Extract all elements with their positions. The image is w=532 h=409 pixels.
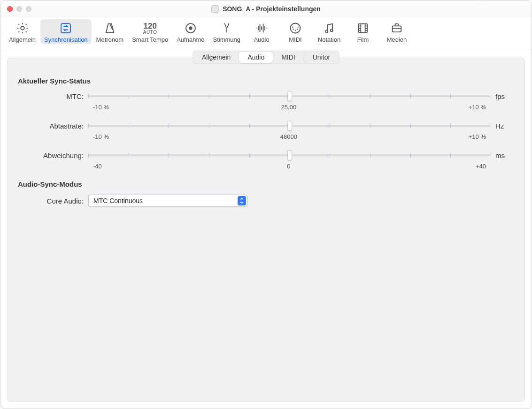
window-title: SONG_A - Projekteinstellungen [223,5,321,13]
toolbar-audio[interactable]: Audio [245,19,278,44]
gear-icon [16,21,29,35]
toolbar-film[interactable]: Film [347,19,379,44]
minimize-window-button[interactable] [16,6,22,12]
svg-point-3 [189,26,192,30]
svg-point-6 [295,30,296,31]
toolbar-label: Medien [387,36,407,43]
deviation-label: Abweichung: [18,151,88,159]
deviation-scale: -40 0 +40 [93,163,486,170]
audio-sync-mode-heading: Audio-Sync-Modus [18,180,514,188]
toolbar-metronome[interactable]: Metronom [93,19,128,44]
sync-subtabs: Allgemein Audio MIDI Unitor [18,51,514,64]
close-window-button[interactable] [7,6,13,12]
toolbar-label: Audio [254,36,269,43]
toolbar-label: Allgemein [9,36,36,43]
toolbar-midi[interactable]: MIDI [279,19,312,44]
main-toolbar: Allgemein Synchronisation Metronom 120 A… [0,17,532,49]
svg-point-11 [331,29,333,31]
toolbar-general[interactable]: Allgemein [5,19,39,44]
tempo-value: 120 [143,22,156,30]
toolbar-label: MIDI [289,36,301,43]
subtab-general[interactable]: Allgemein [193,52,239,63]
sample-rate-label: Abtastrate: [18,122,88,130]
scale-right: +10 % [469,133,486,140]
deviation-slider-block: Abweichung: ms -40 0 +40 [18,151,514,170]
sample-rate-unit: Hz [491,122,514,130]
toolbar-label: Film [357,36,369,43]
titlebar: SONG_A - Projekteinstellungen [0,0,532,17]
subtab-unitor[interactable]: Unitor [304,52,339,63]
sync-status-heading: Aktueller Sync-Status [18,77,514,85]
svg-point-10 [325,30,328,32]
sample-rate-scale: -10 % 48000 +10 % [93,133,486,140]
tuning-fork-icon [220,21,233,35]
toolbar-label: Aufnahme [177,36,204,43]
toolbar-media[interactable]: Medien [380,19,413,44]
slider-thumb[interactable] [287,91,292,101]
toolbar-label: Stimmung [213,36,240,43]
core-audio-select[interactable]: MTC Continuous [88,195,248,207]
project-settings-window: SONG_A - Projekteinstellungen Allgemein … [0,0,532,409]
slider-thumb[interactable] [287,121,292,131]
subtab-audio[interactable]: Audio [239,52,273,63]
scale-left: -40 [93,163,102,170]
waveform-icon [255,21,268,35]
toolbar-label: Smart Tempo [132,36,168,43]
toolbar-label: Synchronisation [44,36,88,43]
toolbar-synchronisation[interactable]: Synchronisation [40,19,92,44]
record-icon [184,21,197,35]
metronome-icon [103,21,116,35]
sample-rate-slider-block: Abtastrate: Hz -10 % 48000 +10 % [18,121,514,140]
slider-thumb[interactable] [287,150,292,160]
svg-rect-1 [61,23,70,33]
mtc-scale: -10 % 25,00 +10 % [93,104,486,111]
scale-left: -10 % [93,104,109,111]
subtab-midi[interactable]: MIDI [273,52,304,63]
core-audio-value: MTC Continuous [93,197,143,204]
segmented-control: Allgemein Audio MIDI Unitor [193,51,339,64]
title-area: SONG_A - Projekteinstellungen [0,5,532,13]
mtc-slider[interactable] [88,91,491,101]
svg-point-0 [21,26,24,30]
core-audio-label: Core Audio: [18,197,88,205]
svg-point-5 [293,29,293,30]
svg-point-7 [297,29,298,30]
scale-right: +40 [476,163,486,170]
briefcase-icon [390,21,403,35]
mtc-unit: fps [491,92,514,100]
deviation-unit: ms [491,151,514,159]
svg-point-8 [292,27,293,28]
sample-rate-slider[interactable] [88,121,491,130]
svg-point-4 [291,23,301,33]
toolbar-tuning[interactable]: Stimmung [209,19,244,44]
sync-arrows-icon [59,21,72,35]
mtc-label: MTC: [18,92,88,100]
scale-left: -10 % [93,133,109,140]
tempo-mode: AUTO [143,30,157,35]
film-icon [356,21,370,35]
scale-mid: 0 [287,163,290,170]
toolbar-smart-tempo[interactable]: 120 AUTO Smart Tempo [128,19,172,44]
window-controls [0,6,31,12]
toolbar-recording[interactable]: Aufnahme [173,19,208,44]
core-audio-row: Core Audio: MTC Continuous [18,195,514,207]
scale-mid: 48000 [280,133,297,140]
settings-panel: Allgemein Audio MIDI Unitor Aktueller Sy… [7,58,525,402]
select-chevrons-icon [238,196,246,205]
deviation-slider[interactable] [88,151,491,160]
tempo-icon: 120 AUTO [143,21,157,35]
svg-point-9 [298,27,299,28]
scale-right: +10 % [469,104,486,111]
zoom-window-button[interactable] [26,6,31,12]
toolbar-label: Metronom [96,36,124,43]
midi-port-icon [289,21,302,35]
content-area: Allgemein Audio MIDI Unitor Aktueller Sy… [0,49,532,409]
app-icon [211,5,219,13]
scale-mid: 25,00 [281,104,297,111]
toolbar-notation[interactable]: Notation [313,19,346,44]
toolbar-label: Notation [318,36,340,43]
mtc-slider-block: MTC: fps -10 % 25,00 +10 % [18,91,514,111]
music-notes-icon [323,21,336,35]
